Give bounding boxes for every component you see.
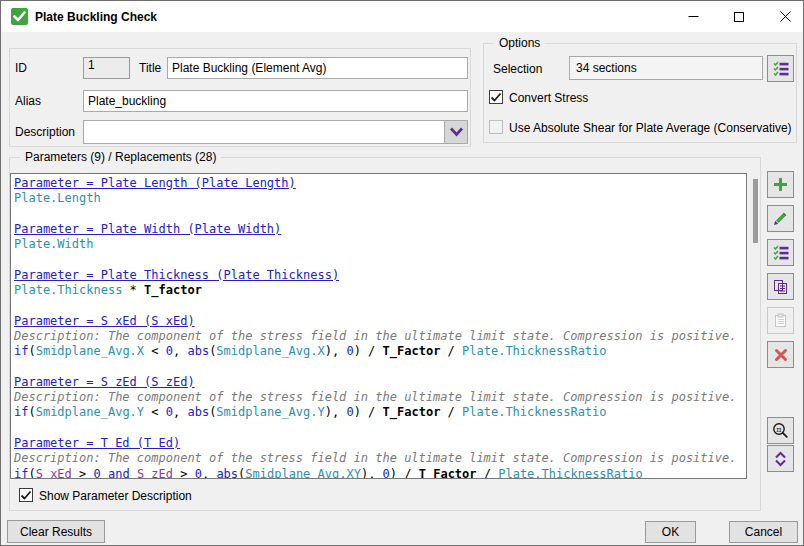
svg-text:π: π <box>776 425 781 434</box>
paste-button <box>767 307 794 334</box>
paste-icon <box>773 313 788 328</box>
pi-search-button[interactable]: π <box>767 417 794 444</box>
app-check-icon <box>11 8 28 25</box>
parameters-group-label: Parameters (9) / Replacements (28) <box>20 150 221 164</box>
title-input[interactable] <box>167 57 468 79</box>
convert-stress-label: Convert Stress <box>509 91 588 105</box>
description-dropdown-button[interactable] <box>444 121 467 143</box>
abs-shear-checkbox[interactable] <box>489 120 503 134</box>
add-parameter-button[interactable] <box>767 171 794 198</box>
description-label: Description <box>15 125 75 139</box>
parameters-code[interactable]: Parameter = Plate Length (Plate Length)P… <box>10 173 747 479</box>
alias-input[interactable] <box>83 90 468 112</box>
edit-parameter-button[interactable] <box>767 205 794 232</box>
copy-icon <box>773 279 788 294</box>
delete-button[interactable] <box>767 341 794 368</box>
id-label: ID <box>15 61 27 75</box>
code-scrollbar-thumb[interactable] <box>753 179 758 243</box>
selection-checklist-button[interactable] <box>767 55 794 82</box>
add-icon <box>773 177 788 192</box>
checkmark-icon <box>490 92 502 103</box>
maximize-button[interactable] <box>721 1 757 32</box>
title-label: Title <box>139 61 161 75</box>
maximize-icon <box>734 12 744 22</box>
description-input[interactable] <box>84 121 444 143</box>
cancel-button[interactable]: Cancel <box>729 521 798 543</box>
selection-label: Selection <box>493 62 542 76</box>
checklist-icon <box>773 61 789 76</box>
chevron-down-icon <box>449 127 464 137</box>
show-parameter-description-label: Show Parameter Description <box>39 489 192 503</box>
alias-label: Alias <box>15 94 41 108</box>
close-button[interactable] <box>767 1 803 32</box>
show-parameter-description-checkbox[interactable] <box>19 488 33 502</box>
edit-pencil-icon <box>773 211 788 226</box>
copy-button[interactable] <box>767 273 794 300</box>
description-combo[interactable] <box>83 120 468 144</box>
close-icon <box>780 11 791 22</box>
titlebar[interactable]: Plate Buckling Check <box>1 1 803 32</box>
expand-collapse-button[interactable] <box>767 445 794 472</box>
checkmark-icon <box>20 490 32 501</box>
convert-stress-checkbox[interactable] <box>489 90 503 104</box>
checklist-icon <box>773 245 789 260</box>
options-group-label: Options <box>494 36 545 50</box>
expand-collapse-icon <box>773 451 788 467</box>
abs-shear-label: Use Absolute Shear for Plate Average (Co… <box>509 121 792 135</box>
selection-field[interactable]: 34 sections <box>569 56 763 80</box>
minimize-button[interactable] <box>675 1 711 32</box>
window-title: Plate Buckling Check <box>35 10 157 24</box>
minimize-icon <box>688 11 699 22</box>
pi-search-icon: π <box>772 422 789 439</box>
plate-buckling-check-dialog: Plate Buckling Check ID 1 Title Alias De… <box>0 0 804 546</box>
id-field: 1 <box>83 57 130 79</box>
delete-icon <box>774 348 788 362</box>
ok-button[interactable]: OK <box>645 521 696 543</box>
parameter-checklist-button[interactable] <box>767 239 794 266</box>
clear-results-button[interactable]: Clear Results <box>7 520 105 543</box>
